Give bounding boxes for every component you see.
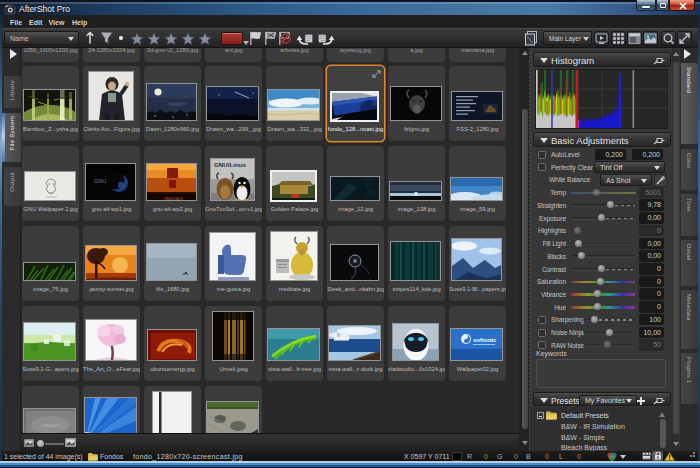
svg-text:GNU/Linux: GNU/Linux [214,161,247,168]
svg-text:GNU/LINUX: GNU/LINUX [164,197,184,201]
svg-text:URBANRIOT: URBANRIOT [42,424,61,428]
svg-text:GNU: GNU [94,177,106,183]
svg-text:softonic: softonic [473,336,497,342]
